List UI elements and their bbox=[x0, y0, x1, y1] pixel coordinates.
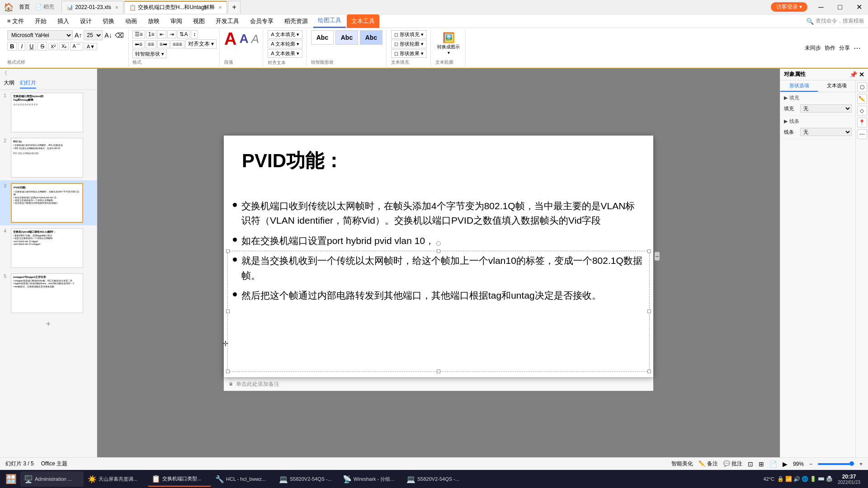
play-btn[interactable]: ▶ bbox=[783, 460, 788, 468]
font-color-btn[interactable]: A▼ bbox=[85, 43, 97, 50]
line-section-title[interactable]: ▶ 线条 bbox=[780, 116, 855, 127]
comments-btn[interactable]: 💬 批注 bbox=[723, 460, 742, 468]
maximize-btn[interactable]: □ bbox=[831, 0, 849, 14]
style-abc-2[interactable]: Abc bbox=[335, 30, 358, 45]
sync-btn[interactable]: 未同步 bbox=[805, 44, 821, 52]
right-icon-shape-fill[interactable]: ⬡ bbox=[857, 82, 867, 92]
taskbar-item-s5820-2[interactable]: 💻 S5820V2-54QS -... bbox=[403, 471, 466, 487]
zoom-decrease-btn[interactable]: − bbox=[809, 461, 812, 467]
fill-value-select[interactable]: 无 bbox=[800, 104, 852, 113]
slide-item-1[interactable]: 1 交换机端口类型Hybird的Tag和Untag解释 来自多多多多的多多多多 bbox=[0, 90, 97, 135]
ribbon-tab-design[interactable]: 设计 bbox=[75, 14, 97, 28]
outline-tab[interactable]: 大纲 bbox=[4, 79, 14, 89]
bold-btn[interactable]: B bbox=[7, 42, 17, 51]
tab-excel[interactable]: 📊 2022-01-23.xls ✕ bbox=[61, 1, 123, 14]
decrease-indent-btn[interactable]: ⇤ bbox=[157, 30, 166, 38]
user-login-btn[interactable]: 访客登录 ▾ bbox=[771, 2, 807, 12]
ribbon-tab-member[interactable]: 会员专享 bbox=[245, 14, 279, 28]
strikethrough-btn[interactable]: S bbox=[38, 42, 47, 51]
view-normal-btn[interactable]: ⊡ bbox=[748, 460, 753, 468]
tray-icon-4[interactable]: 🌐 bbox=[802, 476, 808, 482]
align-text-btn[interactable]: 对齐文本 ▾ bbox=[185, 39, 217, 49]
text-outline-btn[interactable]: A 文本轮廓 ▾ bbox=[268, 40, 302, 48]
ribbon-tab-dev[interactable]: 开发工具 bbox=[210, 14, 245, 28]
font-size-btn-increase[interactable]: A↑ bbox=[74, 32, 83, 39]
right-panel-close-btn[interactable]: ✕ bbox=[859, 71, 864, 78]
text-fill-btn[interactable]: A 文本填充 ▾ bbox=[268, 30, 302, 39]
slide-item-3[interactable]: 3 PVID功能: • 交换机端口收到传统以太网帧时，在帧头添加4个字节变为80… bbox=[0, 180, 97, 225]
shape-fill-btn[interactable]: ◻ 形状填充 ▾ bbox=[391, 30, 427, 39]
handle-bl[interactable] bbox=[226, 370, 230, 373]
tray-icon-6[interactable]: ⌨️ bbox=[818, 476, 825, 482]
shape-effect-btn[interactable]: ◻ 形状效果 ▾ bbox=[391, 49, 427, 58]
minimize-btn[interactable]: ─ bbox=[812, 0, 830, 14]
beautify-btn[interactable]: 智能美化 bbox=[671, 460, 693, 468]
share-btn[interactable]: 分享 bbox=[839, 44, 850, 52]
justify-btn[interactable]: ≡≡≡ bbox=[170, 40, 184, 48]
ribbon-tab-view[interactable]: 视图 bbox=[188, 14, 210, 28]
search-placeholder[interactable]: 查找命令，搜索模板 bbox=[816, 17, 864, 25]
new-tab-btn[interactable]: + bbox=[228, 1, 240, 14]
font-size-btn-decrease[interactable]: A↓ bbox=[104, 32, 113, 39]
right-icon-more[interactable]: ⋯ bbox=[857, 129, 867, 139]
tray-icon-1[interactable]: 🔒 bbox=[777, 476, 784, 482]
collapse-panel-btn[interactable]: 《 bbox=[2, 70, 7, 77]
underline-btn[interactable]: U bbox=[27, 42, 36, 51]
right-icon-position[interactable]: 📍 bbox=[857, 117, 867, 127]
tray-icon-7[interactable]: 🖨️ bbox=[826, 476, 833, 482]
ribbon-tab-slideshow[interactable]: 放映 bbox=[142, 14, 165, 28]
handle-mr[interactable] bbox=[647, 310, 651, 313]
slide-item-5[interactable]: 5 untagged与tagged之存任务 • untagged就是端口数据的/… bbox=[0, 271, 97, 316]
ribbon-tab-file[interactable]: ≡ 文件 bbox=[2, 14, 29, 28]
number-list-btn[interactable]: 1≡ bbox=[146, 30, 157, 38]
align-center-btn[interactable]: ≡≡ bbox=[146, 40, 156, 48]
font-size-select[interactable]: 25 bbox=[84, 30, 103, 40]
canvas-collapse-right[interactable]: ─ bbox=[655, 252, 660, 261]
wps-home-btn[interactable]: 首页 bbox=[15, 2, 33, 12]
taskbar-item-wireshark[interactable]: 📡 Wireshark - 分组... bbox=[339, 471, 402, 487]
bullet-list-btn[interactable]: ☰≡ bbox=[132, 30, 145, 38]
right-panel-pin-btn[interactable]: 📌 bbox=[849, 71, 857, 78]
ribbon-tab-insert[interactable]: 插入 bbox=[52, 14, 75, 28]
clear-format-btn[interactable]: ⌫ bbox=[114, 32, 125, 39]
line-spacing-btn[interactable]: ↕ bbox=[191, 30, 198, 38]
zoom-slider[interactable] bbox=[818, 463, 854, 465]
text-shadow-btn[interactable]: A⌒ bbox=[70, 42, 83, 51]
right-tab-shape[interactable]: 形状选项 bbox=[780, 80, 818, 92]
shape-outline-btn[interactable]: ◻ 形状轮廓 ▾ bbox=[391, 40, 427, 48]
handle-bm[interactable] bbox=[437, 370, 440, 373]
collab-btn[interactable]: 协作 bbox=[825, 44, 835, 52]
clock-display[interactable]: 20:37 2022/01/23 bbox=[835, 474, 863, 485]
text-effect-btn[interactable]: A 文本效果 ▾ bbox=[268, 49, 302, 58]
increase-indent-btn[interactable]: ⇥ bbox=[167, 30, 176, 38]
zoom-increase-btn[interactable]: + bbox=[859, 461, 863, 467]
right-icon-effect[interactable]: ✏️ bbox=[857, 94, 867, 104]
tab-presentation[interactable]: 📋 交换机端口类型H...和Untag解释 ✕ bbox=[124, 1, 227, 14]
fill-section-title[interactable]: ▶ 填充 bbox=[780, 92, 855, 103]
align-right-btn[interactable]: ≡➡ bbox=[157, 40, 170, 48]
start-btn[interactable]: 🪟 bbox=[2, 471, 20, 487]
line-value-select[interactable]: 无 bbox=[800, 128, 852, 136]
close-btn[interactable]: ✕ bbox=[850, 0, 868, 14]
subscript-btn[interactable]: X₂ bbox=[59, 42, 69, 50]
ribbon-tab-daoke[interactable]: 稻壳资源 bbox=[279, 14, 313, 28]
comments-area[interactable]: ≡ 单击此处添加备注 bbox=[224, 377, 653, 391]
slide-canvas[interactable]: PVID功能： ✛ bbox=[224, 136, 653, 377]
taskbar-item-wps[interactable]: 📋 交换机端口类型... bbox=[148, 471, 211, 487]
add-slide-btn[interactable]: + bbox=[0, 316, 97, 333]
ribbon-tab-text[interactable]: 文本工具 bbox=[347, 14, 379, 28]
view-read-btn[interactable]: 📄 bbox=[769, 460, 777, 468]
notes-btn[interactable]: ✏️ 备注 bbox=[698, 460, 717, 468]
slide-item-2[interactable]: 2 802.1q • 交换机端口收到传统以太网帧时，802.1Q帧发送 • 80… bbox=[0, 135, 97, 180]
tray-icon-5[interactable]: 🔋 bbox=[810, 476, 816, 482]
ribbon-tab-draw[interactable]: 绘图工具 bbox=[313, 14, 346, 28]
taskbar-item-hcl[interactable]: 🔧 HCL - hcl_bwwz... bbox=[212, 471, 275, 487]
slide-content-area[interactable]: 交换机端口收到传统以太网帧时，在帧头添加4个字节变为802.1Q帧，当中最主要的… bbox=[233, 199, 644, 368]
style-abc-1[interactable]: Abc bbox=[311, 30, 334, 45]
taskbar-item-brightness[interactable]: ☀️ 天山屏幕亮度调... bbox=[84, 471, 147, 487]
ribbon-tab-start[interactable]: 开始 bbox=[29, 14, 52, 28]
ribbon-tab-transition[interactable]: 切换 bbox=[97, 14, 120, 28]
slides-tab[interactable]: 幻灯片 bbox=[20, 79, 36, 89]
align-left-btn[interactable]: ⬅≡ bbox=[132, 40, 145, 48]
handle-br[interactable] bbox=[647, 370, 651, 373]
